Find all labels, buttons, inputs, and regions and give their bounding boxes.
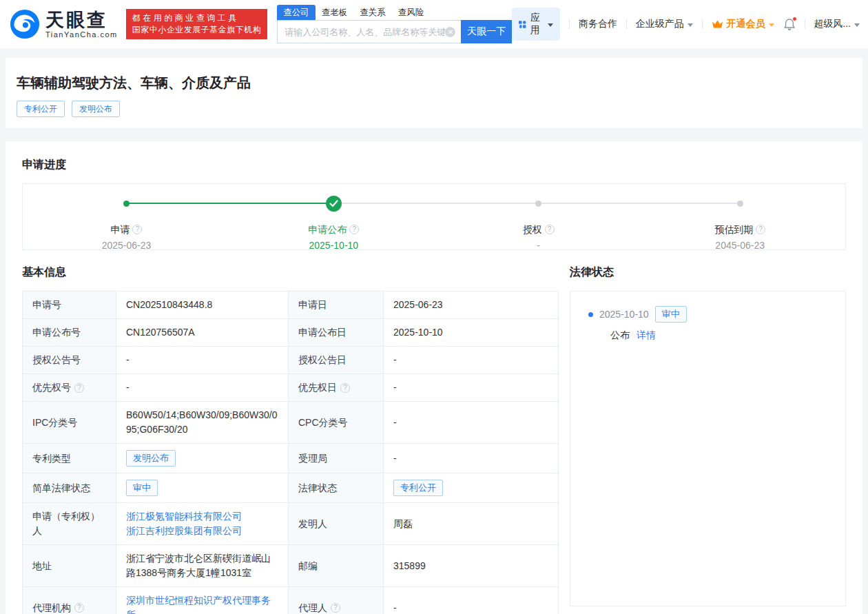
help-icon[interactable] [74, 383, 84, 393]
search-tab-boss[interactable]: 查老板 [316, 5, 354, 20]
table-row: 授权公告号 - 授权公告日 - [23, 347, 559, 374]
logo-domain-text: TianYanCha.com [45, 30, 118, 39]
page-gap [0, 48, 868, 58]
table-row: 简单法律状态 审中 法律状态 专利公开 [23, 473, 559, 503]
patent-title-card: 车辆辅助驾驶方法、车辆、介质及产品 专利公开 发明公布 [6, 58, 862, 128]
row-label: 发明人 [289, 503, 384, 545]
search-input[interactable] [285, 27, 445, 37]
row-value: 深圳市世纪恒程知识产权代理事务所 [116, 587, 289, 614]
row-value: - [116, 374, 289, 402]
row-value: CN120756507A [116, 319, 289, 347]
timeline-step-apply: 申请 2025-06-23 [74, 184, 178, 252]
apps-label: 应用 [530, 12, 544, 37]
nav-open-vip[interactable]: 开通会员 [712, 18, 774, 30]
agency-link[interactable]: 深圳市世纪恒程知识产权代理事务所 [126, 595, 271, 614]
nav-super-risk[interactable]: 超级风... [814, 18, 860, 30]
search-tab-risk[interactable]: 查风险 [392, 5, 431, 20]
nav-divider [569, 19, 570, 29]
timeline-check-icon [326, 196, 342, 212]
row-label-text: 代理机构 [32, 601, 71, 614]
top-header: 天眼查 TianYanCha.com 都在用的商业查询工具 国家中小企业发展子基… [0, 0, 868, 48]
timeline-dot-pending-icon [535, 201, 541, 207]
nav-divider [626, 19, 627, 29]
nav-super-risk-label: 超级风... [814, 18, 851, 30]
basic-info-section: 基本信息 申请号 CN202510843448.8 申请日 2025-06-23… [22, 265, 558, 614]
row-value: - [116, 347, 289, 374]
timeline-step-label: 授权 [523, 223, 542, 236]
row-label: 地址 [23, 545, 116, 587]
row-label: 简单法律状态 [23, 473, 116, 503]
table-row: 专利类型 发明公布 受理局 - [23, 444, 559, 473]
row-value: 315899 [384, 545, 559, 587]
search-button[interactable]: 天眼一下 [461, 20, 512, 43]
row-label: 授权公告号 [23, 347, 116, 374]
basic-info-heading: 基本信息 [22, 265, 558, 280]
row-value: 审中 [116, 473, 289, 503]
timeline-step-date: - [487, 238, 590, 252]
row-label-text: 优先权号 [32, 380, 71, 395]
table-row: 申请（专利权）人 浙江极氪智能科技有限公司 浙江吉利控股集团有限公司 发明人 周… [23, 503, 559, 545]
help-icon[interactable] [545, 225, 555, 234]
legal-status-panel: 2025-10-10 审中 公布 详情 [570, 291, 846, 606]
application-progress-timeline: 申请 2025-06-23 申请公布 2025-10-10 授权 [22, 183, 846, 250]
tianyancha-logo[interactable]: 天眼查 TianYanCha.com [10, 9, 118, 39]
row-value: 发明公布 [116, 444, 289, 473]
row-label-text: 代理人 [298, 601, 327, 614]
legal-status-date: 2025-10-10 [599, 309, 649, 320]
brand-slogan-badge: 都在用的商业查询工具 国家中小企业发展子基金旗下机构 [126, 9, 268, 39]
search-tab-relation[interactable]: 查关系 [353, 5, 392, 20]
search-tab-company[interactable]: 查公司 [277, 5, 316, 20]
row-value: 浙江极氪智能科技有限公司 浙江吉利控股集团有限公司 [116, 503, 289, 545]
legal-status-desc-text: 公布 [610, 329, 630, 340]
row-value: 2025-10-10 [384, 319, 559, 347]
timeline-step-label: 预估到期 [714, 223, 753, 236]
status-badge: 发明公布 [126, 450, 176, 467]
row-value: CN202510843448.8 [116, 291, 289, 319]
timeline-step-publication: 申请公布 2025-10-10 [282, 184, 385, 252]
status-badge-patent-open: 专利公开 [17, 101, 65, 117]
clear-search-icon[interactable]: ✕ [445, 27, 455, 37]
help-icon[interactable] [756, 225, 765, 234]
slogan-line-2: 国家中小企业发展子基金旗下机构 [132, 24, 262, 36]
apps-menu-button[interactable]: 应用 [512, 8, 560, 41]
slogan-line-1: 都在用的商业查询工具 [132, 12, 262, 24]
help-icon[interactable] [132, 225, 142, 234]
row-label: 代理人 [289, 587, 384, 614]
applicant-company-link[interactable]: 浙江极氪智能科技有限公司 [126, 509, 278, 524]
legal-status-detail-link[interactable]: 详情 [637, 329, 656, 340]
table-row: IPC分类号 B60W50/14;B60W30/09;B60W30/095;G0… [23, 402, 559, 444]
crown-icon [712, 19, 723, 29]
timeline-step-grant: 授权 - [487, 184, 590, 252]
help-icon[interactable] [331, 603, 340, 613]
row-value: 浙江省宁波市北仑区新碶街道岷山路1388号商务大厦1幢1031室 [116, 545, 289, 587]
help-icon[interactable] [74, 603, 84, 613]
timeline-step-date: 2025-10-10 [282, 238, 385, 252]
basic-info-table: 申请号 CN202510843448.8 申请日 2025-06-23 申请公布… [22, 291, 559, 614]
help-icon[interactable] [340, 383, 350, 393]
logo-brand-text: 天眼查 [45, 10, 118, 30]
row-value: 专利公开 [384, 473, 559, 503]
status-badge: 审中 [126, 480, 158, 496]
legal-status-heading: 法律状态 [570, 265, 846, 280]
timeline-step-label: 申请 [110, 223, 130, 236]
row-value: - [384, 444, 559, 473]
nav-business-cooperation[interactable]: 商务合作 [579, 18, 617, 30]
notifications-bell-button[interactable] [783, 18, 796, 31]
page-gap [0, 128, 868, 141]
applicant-company-link[interactable]: 浙江吉利控股集团有限公司 [126, 524, 278, 538]
row-value: - [384, 347, 559, 374]
row-label: 申请（专利权）人 [23, 503, 116, 545]
row-value: B60W50/14;B60W30/09;B60W30/095;G06F30/20 [116, 402, 289, 444]
search-input-wrap: ✕ [277, 20, 461, 43]
table-row: 地址 浙江省宁波市北仑区新碶街道岷山路1388号商务大厦1幢1031室 邮编 3… [23, 545, 559, 587]
row-label: 申请公布日 [289, 319, 384, 347]
table-row: 优先权号 - 优先权日 - [23, 374, 559, 402]
nav-enterprise-products[interactable]: 企业级产品 [636, 18, 693, 30]
row-label: 申请公布号 [23, 319, 116, 347]
legal-status-item: 2025-10-10 审中 [583, 306, 833, 323]
timeline-dot-pending-icon [737, 201, 743, 207]
row-label: 代理机构 [23, 587, 116, 614]
help-icon[interactable] [349, 225, 359, 234]
legal-status-section: 法律状态 2025-10-10 审中 公布 详情 [570, 265, 846, 614]
row-label: 受理局 [289, 444, 384, 473]
